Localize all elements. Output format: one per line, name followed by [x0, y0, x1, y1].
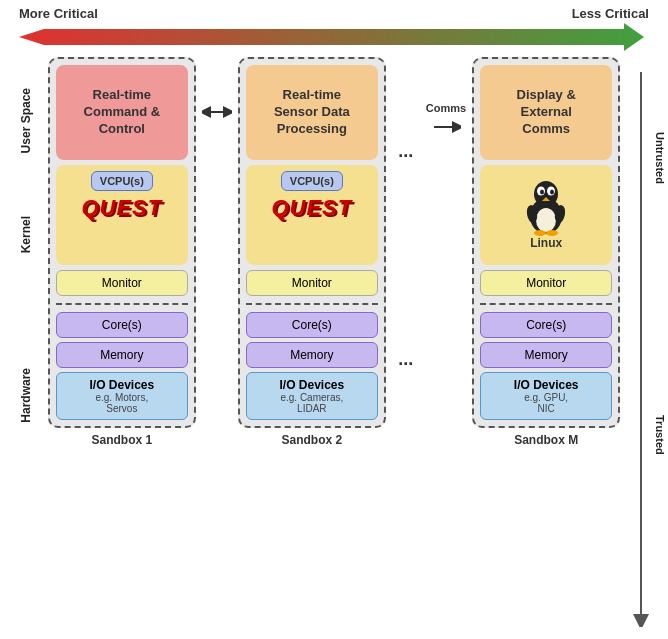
sandbox-2-wrapper: Real-timeSensor DataProcessing VCPU(s) Q… [238, 57, 386, 447]
sandbox-2-kernel: VCPU(s) QUEST [246, 165, 378, 265]
sandbox-2-user-space: Real-timeSensor DataProcessing [246, 65, 378, 160]
sandbox-m-label: Sandbox M [514, 433, 578, 447]
svg-point-12 [550, 190, 554, 195]
sandbox-1-label: Sandbox 1 [91, 433, 152, 447]
sandbox-1-cores: Core(s) [56, 312, 188, 338]
untrusted-label: Untrusted [651, 132, 666, 184]
comms-label: Comms [426, 102, 466, 114]
sandbox-2-hw-divider [246, 303, 378, 305]
sandbox-1-hw-divider [56, 303, 188, 305]
tux-icon [522, 180, 570, 236]
sandbox-2-monitor: Monitor [246, 270, 378, 296]
criticality-section: More Critical Less Critical [19, 6, 649, 51]
right-labels-panel: Untrusted Trusted [620, 57, 664, 627]
sandbox-m-io-sub: e.g. GPU,NIC [487, 392, 605, 414]
svg-point-8 [534, 181, 558, 207]
sandbox-2-label: Sandbox 2 [281, 433, 342, 447]
dots-hw: ... [398, 160, 413, 368]
hardware-label: Hardware [19, 368, 33, 423]
sandbox-2-memory: Memory [246, 342, 378, 368]
main-wrapper: More Critical Less Critical User Space [0, 0, 668, 639]
sandbox-m-wrapper: Display &ExternalComms [472, 57, 620, 447]
linux-label: Linux [530, 236, 562, 250]
user-space-label-cell: User Space [4, 67, 48, 175]
sandbox-1-io-sub: e.g. Motors,Servos [63, 392, 181, 414]
sandbox-1-monitor: Monitor [56, 270, 188, 296]
arrow-s1-s2-container [202, 57, 232, 122]
sandbox-2-io-sub: e.g. Cameras,LIDAR [253, 392, 371, 414]
svg-marker-0 [19, 23, 644, 51]
sandbox-2-cores: Core(s) [246, 312, 378, 338]
sandbox-2-hw: Core(s) Memory I/O Devices e.g. Cameras,… [246, 312, 378, 420]
sandbox-1-quest: QUEST [81, 195, 162, 221]
comms-arrow-svg [431, 117, 461, 137]
sandbox-m-monitor: Monitor [480, 270, 612, 296]
sandbox-1-kernel: VCPU(s) QUEST [56, 165, 188, 265]
kernel-label: Kernel [19, 216, 33, 253]
sandbox-1-io-title: I/O Devices [63, 378, 181, 392]
sandbox-1-memory: Memory [56, 342, 188, 368]
comms-arrow-container: Comms [426, 57, 466, 137]
less-critical-label: Less Critical [572, 6, 649, 21]
criticality-labels: More Critical Less Critical [19, 6, 649, 21]
dots-column: ... ... [392, 57, 420, 368]
sandbox-m-memory: Memory [480, 342, 612, 368]
untrusted-label-container: Untrusted [651, 10, 666, 305]
sandbox-1-vcpu: VCPU(s) [91, 171, 153, 191]
sandbox-2-vcpu: VCPU(s) [281, 171, 343, 191]
sandbox-m-hw-divider [480, 303, 612, 305]
gradient-arrow [19, 23, 649, 51]
svg-point-7 [536, 208, 556, 232]
more-critical-label: More Critical [19, 6, 98, 21]
sandbox-1-io: I/O Devices e.g. Motors,Servos [56, 372, 188, 420]
dots-user: ... [398, 102, 413, 160]
sandbox-m-kernel: Linux [480, 165, 612, 265]
sandbox-2-quest: QUEST [271, 195, 352, 221]
trusted-label-container: Trusted [651, 320, 666, 550]
svg-point-11 [540, 190, 544, 195]
trusted-label: Trusted [651, 415, 666, 455]
hardware-label-cell: Hardware [4, 295, 48, 495]
sandbox-1-hw: Core(s) Memory I/O Devices e.g. Motors,S… [56, 312, 188, 420]
linux-container: Linux [522, 180, 570, 250]
sandbox-m-hw: Core(s) Memory I/O Devices e.g. GPU,NIC [480, 312, 612, 420]
user-space-label: User Space [19, 88, 33, 153]
sandbox-m-io-title: I/O Devices [487, 378, 605, 392]
main-diagram-row: User Space Kernel Hardware Real-timeComm… [4, 57, 664, 627]
sandbox-m-io: I/O Devices e.g. GPU,NIC [480, 372, 612, 420]
sandboxes-panel: Real-timeCommand &Control VCPU(s) QUEST … [48, 57, 620, 627]
double-arrow-s1-s2 [202, 102, 232, 122]
sandbox-2-io-title: I/O Devices [253, 378, 371, 392]
sandbox-1-box: Real-timeCommand &Control VCPU(s) QUEST … [48, 57, 196, 428]
right-arrow-svg [631, 67, 651, 627]
sandbox-m-user-space: Display &ExternalComms [480, 65, 612, 160]
left-labels-panel: User Space Kernel Hardware [4, 57, 48, 627]
sandbox-1-wrapper: Real-timeCommand &Control VCPU(s) QUEST … [48, 57, 196, 447]
sandbox-m-cores: Core(s) [480, 312, 612, 338]
kernel-label-cell: Kernel [4, 175, 48, 295]
sandbox-m-box: Display &ExternalComms [472, 57, 620, 428]
sandbox-1-user-space: Real-timeCommand &Control [56, 65, 188, 160]
sandbox-2-io: I/O Devices e.g. Cameras,LIDAR [246, 372, 378, 420]
sandbox-2-box: Real-timeSensor DataProcessing VCPU(s) Q… [238, 57, 386, 428]
